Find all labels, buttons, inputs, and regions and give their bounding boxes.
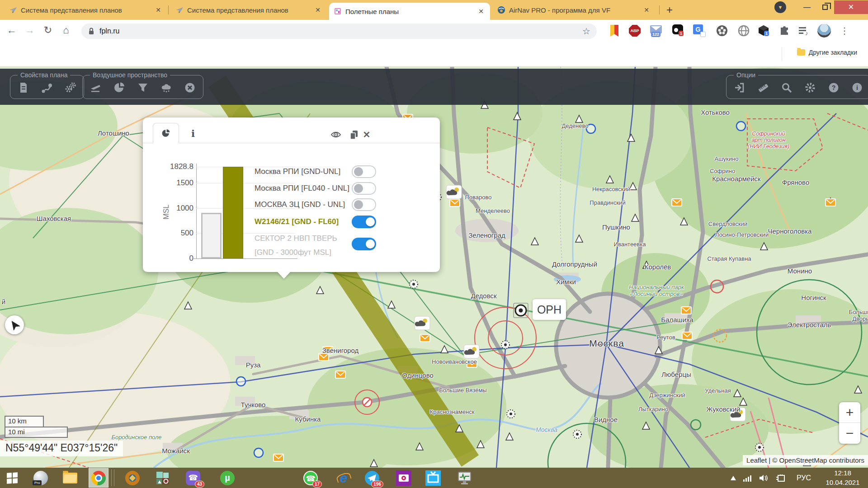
restore-button[interactable]	[816, 5, 834, 10]
viber-icon[interactable]: ☎ 43	[184, 469, 202, 487]
cube-extension-icon[interactable]: 1	[758, 24, 770, 37]
mail-extension-icon[interactable]: 122	[650, 24, 663, 37]
utorrent-icon[interactable]: µ	[219, 469, 236, 487]
playlist-extension-icon[interactable]: ♪	[797, 24, 810, 37]
forward-button[interactable]: →	[24, 24, 36, 36]
copy-icon[interactable]	[349, 129, 359, 140]
globe-extension-icon[interactable]	[737, 24, 750, 37]
airspace-toggle[interactable]	[352, 165, 376, 178]
popup-close-icon[interactable]: ✕	[361, 129, 372, 140]
tray-expand-icon[interactable]	[731, 476, 736, 480]
windows-taskbar: Pro ☎ 43 µ ☎ 17 e	[0, 468, 868, 488]
gear-icon[interactable]	[804, 82, 816, 94]
telegram-icon[interactable]: 196	[363, 469, 381, 487]
clock[interactable]: 12:18 10.04.2021	[817, 469, 868, 487]
navaid-dot	[504, 343, 507, 346]
airspace-toggle[interactable]	[352, 198, 376, 211]
tv-app-icon[interactable]	[425, 469, 442, 487]
network-signal-icon[interactable]	[743, 474, 752, 482]
reload-button[interactable]: ↻	[42, 24, 54, 36]
options-group-label: Опции	[734, 71, 758, 79]
airspace-toggle[interactable]	[352, 182, 376, 195]
tab-info[interactable]: i	[186, 126, 200, 141]
tab-plan-system-2[interactable]: Система представления планов ✕	[171, 0, 327, 20]
waypoint-circle-marker[interactable]	[236, 377, 245, 386]
plan-document-icon[interactable]	[18, 82, 29, 94]
compass-app-icon[interactable]	[124, 469, 141, 487]
bookmark-ribbon-extension-icon[interactable]	[608, 24, 621, 37]
url-text[interactable]: fpln.ru	[99, 27, 582, 35]
orn-waypoint-label[interactable]: ОРН	[533, 299, 566, 320]
plan-settings-gears-icon[interactable]	[65, 82, 76, 94]
filter-icon[interactable]	[137, 82, 149, 94]
whatsapp-badge: 17	[312, 481, 322, 488]
tab-search-icon[interactable]: ▼	[774, 1, 786, 13]
system-monitor-icon[interactable]	[456, 469, 473, 487]
options-group: Опции ? i	[726, 71, 868, 99]
whatsapp-icon[interactable]: ☎ 17	[302, 469, 319, 487]
volume-icon[interactable]	[760, 474, 769, 482]
camera-app-icon[interactable]	[395, 469, 412, 487]
zoom-control: + −	[839, 402, 860, 444]
tab-airnav[interactable]: AirNav PRO - программа для VF ✕	[493, 0, 656, 20]
pie-chart-icon[interactable]	[113, 82, 125, 94]
extensions-puzzle-icon[interactable]	[778, 24, 791, 37]
other-bookmarks-button[interactable]: Другие закладки	[797, 49, 857, 56]
browser-menu-icon[interactable]: ⋮	[838, 24, 851, 37]
translate-extension-icon[interactable]: G	[693, 24, 706, 37]
language-indicator[interactable]: РУС	[797, 474, 811, 482]
gis-app-icon[interactable]	[154, 469, 171, 487]
messenger-badge: 1	[679, 31, 684, 36]
bookmark-star-icon[interactable]: ☆	[582, 26, 590, 37]
battery-icon[interactable]	[776, 474, 787, 482]
tab-flight-plans-active[interactable]: Полетные планы ✕	[329, 3, 490, 20]
login-icon[interactable]	[734, 82, 745, 94]
tab-close-icon[interactable]: ✕	[476, 7, 486, 16]
help-icon[interactable]: ?	[828, 82, 840, 94]
zoom-out-button[interactable]: −	[839, 423, 860, 444]
airspace-toggle[interactable]	[352, 238, 376, 250]
airspace-group: Воздушное пространство	[82, 71, 203, 99]
zoom-in-button[interactable]: +	[839, 402, 860, 423]
start-button[interactable]	[4, 469, 21, 487]
eye-icon[interactable]	[330, 129, 341, 140]
film-reel-extension-icon[interactable]	[716, 24, 728, 37]
airplane-landing-icon[interactable]	[90, 82, 102, 94]
search-icon[interactable]	[781, 82, 793, 94]
waypoint-circle-marker[interactable]	[586, 124, 595, 133]
clear-airspace-icon[interactable]	[184, 82, 196, 94]
close-button[interactable]: ✕	[834, 0, 868, 14]
messenger-extension-icon[interactable]: 1	[672, 24, 685, 37]
minimize-button[interactable]: —	[798, 3, 816, 11]
file-explorer-icon[interactable]	[61, 469, 79, 487]
profile-avatar[interactable]	[817, 24, 831, 38]
tab-close-icon[interactable]: ✕	[313, 5, 322, 14]
pie-chart-tab-icon	[161, 129, 170, 138]
back-button[interactable]: ←	[5, 24, 18, 36]
tab-plan-system-1[interactable]: Система представления планов ✕	[5, 0, 167, 20]
airspace-item-label: W2146/21 [GND - FL60]	[255, 215, 352, 229]
internet-explorer-icon[interactable]: e	[335, 469, 352, 487]
tab-close-icon[interactable]: ✕	[154, 5, 163, 14]
tab-close-icon[interactable]: ✕	[642, 5, 651, 14]
address-bar[interactable]: fpln.ru ☆	[81, 23, 597, 39]
tab-title: Система представления планов	[21, 6, 150, 14]
locate-button[interactable]	[5, 315, 24, 334]
tab-chart[interactable]	[153, 123, 179, 143]
tab-title: Система представления планов	[187, 6, 310, 14]
new-tab-button[interactable]: +	[663, 4, 676, 17]
viber-badge: 43	[195, 481, 204, 488]
map-canvas[interactable]: ЛотошиноШаховскаяйРузаТучковоКубинкаМожа…	[0, 67, 868, 468]
weather-cloud-icon[interactable]	[160, 82, 172, 94]
waypoint-circle-marker[interactable]	[736, 122, 745, 131]
info-icon[interactable]: i	[851, 82, 863, 94]
chrome-taskbar-icon[interactable]	[90, 469, 107, 487]
google-earth-icon[interactable]: Pro	[32, 469, 49, 487]
waypoint-circle-marker[interactable]	[254, 448, 263, 457]
route-icon[interactable]	[41, 82, 53, 94]
airspace-toggle[interactable]	[352, 216, 376, 228]
adblock-extension-icon[interactable]: ABP	[628, 24, 641, 37]
home-button[interactable]: ⌂	[60, 24, 72, 36]
ruler-icon[interactable]	[757, 82, 769, 94]
y-tick-label: 1000	[160, 204, 193, 213]
